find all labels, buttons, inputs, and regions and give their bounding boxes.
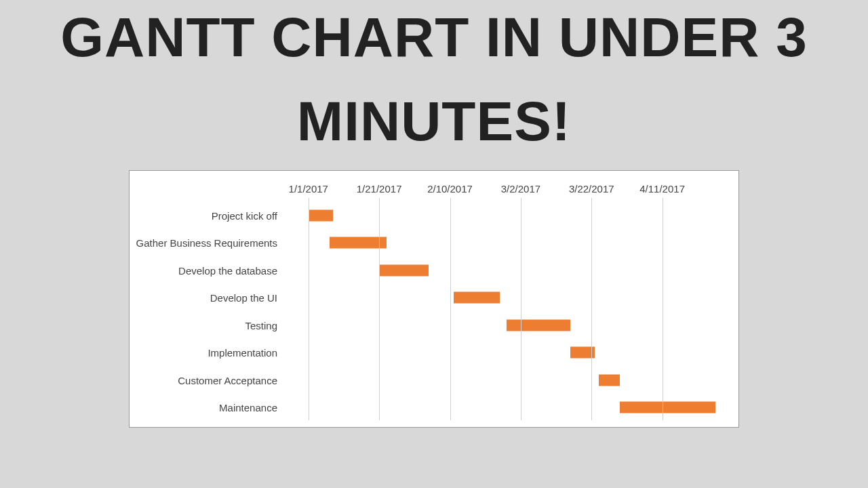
x-axis-label: 1/21/2017 — [357, 183, 402, 195]
gridline — [450, 198, 451, 420]
gridline — [591, 198, 592, 420]
task-bar — [620, 402, 715, 413]
title-block: GANTT CHART IN UNDER 3 MINUTES! — [0, 0, 868, 154]
title-line-1: GANTT CHART IN UNDER 3 — [0, 5, 868, 69]
task-bar — [454, 292, 500, 304]
task-label: Testing — [135, 319, 277, 331]
x-axis-label: 4/11/2017 — [639, 183, 685, 195]
task-bar — [599, 374, 620, 386]
task-bar — [330, 237, 387, 249]
task-row: Testing — [130, 319, 732, 331]
task-row: Develop the UI — [130, 291, 732, 304]
task-row: Gather Business Requirements — [130, 237, 732, 249]
plot-area: Project kick offGather Business Requirem… — [130, 202, 738, 420]
task-bar — [507, 319, 570, 331]
gridline — [309, 198, 309, 420]
chart-area: 1/1/20171/21/20172/10/20173/2/20173/22/2… — [130, 178, 738, 420]
task-bar — [379, 264, 429, 276]
x-axis-label: 3/22/2017 — [569, 183, 614, 195]
task-row: Customer Acceptance — [130, 374, 732, 386]
gridline — [379, 198, 380, 420]
gridline — [521, 198, 521, 420]
x-axis: 1/1/20171/21/20172/10/20173/2/20173/22/2… — [130, 183, 738, 198]
x-axis-label: 1/1/2017 — [289, 183, 328, 195]
task-bar — [309, 209, 334, 221]
task-label: Develop the UI — [135, 292, 277, 304]
gantt-chart: 1/1/20171/21/20172/10/20173/2/20173/22/2… — [129, 170, 739, 428]
task-row: Develop the database — [130, 264, 732, 277]
page: GANTT CHART IN UNDER 3 MINUTES! 1/1/2017… — [0, 0, 868, 488]
task-row: Project kick off — [130, 209, 732, 222]
task-row: Maintenance — [130, 401, 732, 413]
task-label: Implementation — [135, 347, 277, 359]
task-label: Customer Acceptance — [135, 374, 277, 386]
task-label: Maintenance — [135, 402, 277, 413]
x-axis-label: 3/2/2017 — [501, 183, 540, 195]
title-line-2: MINUTES! — [0, 89, 868, 153]
task-label: Gather Business Requirements — [135, 237, 277, 249]
task-row: Implementation — [130, 346, 732, 359]
task-label: Develop the database — [135, 264, 277, 276]
task-label: Project kick off — [135, 209, 277, 221]
x-axis-label: 2/10/2017 — [427, 183, 473, 195]
gridline — [663, 198, 663, 420]
